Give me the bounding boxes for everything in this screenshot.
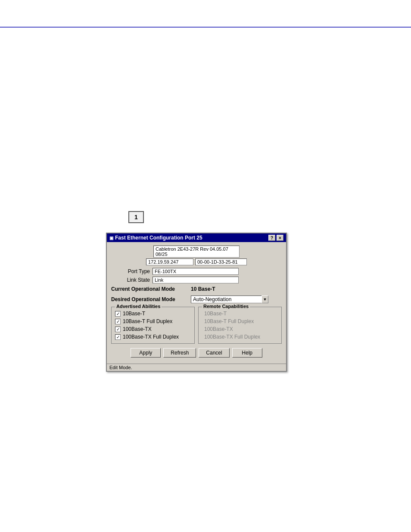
titlebar-left: ▣ Fast Ethernet Configuration Port 25: [109, 235, 202, 241]
advertised-item-label: 100Base-TX: [123, 326, 152, 332]
dialog-window: ▣ Fast Ethernet Configuration Port 25 ? …: [106, 233, 287, 372]
desired-mode-row: Desired Operational Mode Auto-Negotiatio…: [111, 296, 282, 303]
remote-item: 10Base-T: [202, 311, 278, 317]
advertised-checkbox[interactable]: [115, 311, 121, 317]
advertised-item-label: 10Base-T: [123, 311, 145, 317]
desired-mode-select[interactable]: Auto-Negotiation: [191, 296, 262, 303]
current-mode-row: Current Operational Mode 10 Base-T: [111, 285, 282, 293]
close-icon: ×: [279, 236, 281, 240]
dialog-title: Fast Ethernet Configuration Port 25: [115, 235, 202, 241]
dropdown-arrow-icon[interactable]: ▼: [262, 296, 268, 303]
device-info-line1: Cabletron 2E43-27R Rev 04.05.07 08/25: [153, 246, 240, 258]
remote-capabilities-panel: Remote Capabilities 10Base-T10Base-T Ful…: [198, 307, 282, 344]
refresh-button[interactable]: Refresh: [163, 348, 196, 358]
titlebar-controls: ? ×: [268, 235, 283, 241]
device-ip: 172.19.59.247: [146, 258, 193, 265]
remote-capabilities-items: 10Base-T10Base-T Full Duplex100Base-TX10…: [202, 311, 278, 340]
advertised-abilities-panel: Advertised Abilities 10Base-T10Base-T Fu…: [111, 307, 195, 344]
advertised-checkbox[interactable]: [115, 319, 121, 324]
remote-capabilities-title: Remote Capabilities: [202, 304, 250, 309]
apply-button[interactable]: Apply: [131, 348, 161, 358]
advertised-item-label: 100Base-TX Full Duplex: [123, 334, 179, 340]
advertised-checkbox[interactable]: [115, 327, 121, 332]
desired-mode-label: Desired Operational Mode: [111, 296, 191, 302]
remote-item: 100Base-TX: [202, 326, 278, 332]
advertised-item: 100Base-TX Full Duplex: [115, 334, 191, 340]
link-state-label: Link State: [111, 277, 150, 283]
dialog-titlebar: ▣ Fast Ethernet Configuration Port 25 ? …: [107, 233, 286, 242]
remote-item: 100Base-TX Full Duplex: [202, 334, 278, 340]
port-icon-label: 1: [134, 214, 138, 221]
device-info-row2: 172.19.59.247 00-00-1D-33-25-81: [111, 258, 282, 265]
remote-item: 10Base-T Full Duplex: [202, 318, 278, 324]
help-button[interactable]: Help: [232, 348, 262, 358]
advertised-abilities-title: Advertised Abilities: [115, 304, 162, 309]
dialog-body: Cabletron 2E43-27R Rev 04.05.07 08/25 17…: [107, 242, 286, 364]
top-line: [0, 27, 411, 28]
port-type-row: Port Type FE-100TX: [111, 268, 282, 275]
advertised-item: 10Base-T: [115, 311, 191, 317]
current-mode-label: Current Operational Mode: [111, 286, 191, 292]
link-state-row: Link State Link: [111, 277, 282, 283]
help-button-title[interactable]: ?: [268, 235, 275, 241]
advertised-item: 10Base-T Full Duplex: [115, 318, 191, 324]
help-icon: ?: [271, 236, 273, 240]
current-mode-value: 10 Base-T: [191, 286, 215, 292]
advertised-checkbox[interactable]: [115, 334, 121, 340]
port-type-label: Port Type: [111, 268, 150, 274]
advertised-item-label: 10Base-T Full Duplex: [123, 318, 172, 324]
device-info-row1: Cabletron 2E43-27R Rev 04.05.07 08/25: [111, 246, 282, 258]
panels-row: Advertised Abilities 10Base-T10Base-T Fu…: [111, 307, 282, 344]
port-icon: 1: [128, 211, 144, 223]
buttons-row: Apply Refresh Cancel Help: [111, 348, 282, 358]
advertised-item: 100Base-TX: [115, 326, 191, 332]
port-type-value: FE-100TX: [153, 268, 239, 275]
cancel-button[interactable]: Cancel: [199, 348, 229, 358]
titlebar-icon: ▣: [109, 236, 113, 240]
device-mac: 00-00-1D-33-25-81: [195, 258, 247, 265]
link-state-value: Link: [153, 277, 239, 283]
advertised-abilities-items: 10Base-T10Base-T Full Duplex100Base-TX10…: [115, 311, 191, 340]
close-button-title[interactable]: ×: [277, 235, 283, 241]
status-bar: Edit Mode.: [107, 364, 286, 371]
desired-mode-dropdown-wrapper: Auto-Negotiation ▼: [191, 296, 268, 303]
